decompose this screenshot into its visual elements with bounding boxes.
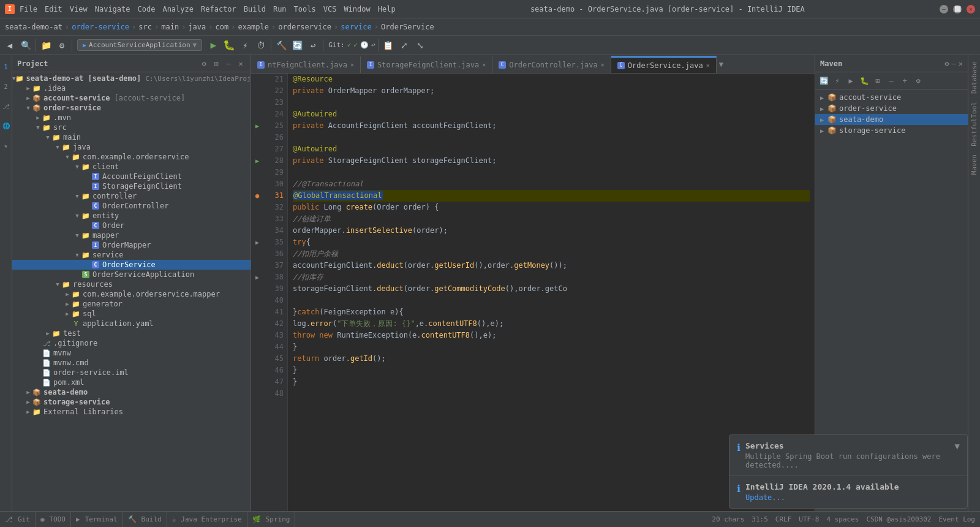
tab-orderservice[interactable]: C OrderService.java ✕ [611, 56, 717, 73]
gutter-bookmark-icon[interactable]: ● [251, 190, 263, 202]
tree-item-account-feign[interactable]: I AccountFeignClient [12, 172, 251, 181]
menu-edit[interactable]: Edit [45, 5, 62, 13]
tree-arrow[interactable]: ▶ [34, 115, 42, 121]
tree-arrow[interactable]: ▼ [44, 134, 51, 140]
tree-item-src[interactable]: ▼ 📁 src [12, 123, 251, 132]
bottom-build-section[interactable]: 🔨 Build [123, 512, 167, 527]
menu-bar[interactable]: File Edit View Navigate Code Analyze Ref… [20, 5, 396, 13]
breadcrumb-item-5[interactable]: com [216, 23, 229, 31]
tree-item-mapper-xml[interactable]: ▶ 📁 com.example.orderservice.mapper [12, 289, 251, 299]
profile-button[interactable]: ⏱ [254, 38, 268, 53]
vtab-maven[interactable]: Maven [969, 151, 979, 178]
maven-item-storage[interactable]: ▶ 📦 storage-service [815, 125, 968, 136]
breadcrumb-item-8[interactable]: service [341, 23, 372, 31]
sidebar-icon-web[interactable]: 🌐 [1, 116, 11, 135]
tree-item-mvn[interactable]: ▶ 📁 .mvn [12, 113, 251, 123]
status-position[interactable]: 31:5 [752, 515, 768, 523]
tree-item-entity[interactable]: ▼ 📁 entity [12, 211, 251, 221]
maven-collapse-icon[interactable]: — [885, 75, 897, 87]
toolbar-collapse-icon[interactable]: ⤡ [413, 38, 428, 53]
git-checkmark-2[interactable]: ✓ [353, 41, 358, 49]
tree-item-generator[interactable]: ▶ 📁 generator [12, 299, 251, 309]
menu-view[interactable]: View [70, 5, 88, 13]
sidebar-icon-commit[interactable]: ⎇ [1, 97, 11, 115]
run-config-selector[interactable]: ▶ AccountServiceApplication ▼ [77, 39, 202, 51]
maven-item-seata[interactable]: ▶ 📦 seata-demo [815, 114, 968, 125]
tree-arrow[interactable]: ▶ [24, 85, 32, 91]
toolbar-project-icon[interactable]: 📁 [39, 38, 53, 53]
maven-debug-icon[interactable]: 🐛 [858, 75, 870, 87]
tree-arrow[interactable]: ▶ [64, 291, 71, 297]
bottom-java-section[interactable]: ☕ Java Enterprise [167, 512, 247, 527]
sidebar-icon-structure[interactable]: 2 [1, 77, 11, 96]
menu-tools[interactable]: Tools [294, 5, 316, 13]
menu-build[interactable]: Build [244, 5, 266, 13]
tree-item-main[interactable]: ▼ 📁 main [12, 132, 251, 142]
toolbar-back-icon[interactable]: ◀ [2, 38, 17, 53]
notification-update-link[interactable]: Update... [745, 493, 960, 502]
breadcrumb-item-3[interactable]: main [161, 23, 179, 31]
toolbar-search-icon[interactable]: 🔍 [18, 38, 33, 53]
vtab-database[interactable]: Database [969, 58, 979, 97]
build-button[interactable]: 🔨 [274, 38, 288, 53]
close-button[interactable]: ✕ [967, 5, 975, 13]
maven-toggle-icon[interactable]: ⊞ [872, 75, 884, 87]
project-settings-icon[interactable]: ⚙ [199, 59, 209, 69]
breadcrumb-item-7[interactable]: orderservice [278, 23, 331, 31]
tree-item-iml[interactable]: 📄 order-service.iml [12, 368, 251, 377]
tree-item-order[interactable]: C Order [12, 221, 251, 230]
breadcrumb-item-0[interactable]: seata-demo-at [5, 23, 62, 31]
tree-item-client[interactable]: ▼ 📁 client [12, 162, 251, 172]
tree-arrow[interactable]: ▶ [24, 399, 32, 405]
tree-item-resources[interactable]: ▼ 📁 resources [12, 279, 251, 289]
tree-item-storage-service[interactable]: ▶ 📦 storage-service [12, 397, 251, 407]
tree-arrow[interactable]: ▶ [64, 301, 71, 307]
sidebar-icon-favorites[interactable]: ★ [1, 136, 11, 154]
tree-item-service-folder[interactable]: ▼ 📁 service [12, 250, 251, 260]
breadcrumb-item-6[interactable]: example [238, 23, 269, 31]
menu-refactor[interactable]: Refactor [201, 5, 236, 13]
bottom-todo-section[interactable]: ◉ TODO [36, 512, 71, 527]
tree-arrow[interactable]: ▶ [64, 311, 71, 317]
maven-expand-all-icon[interactable]: + [899, 75, 911, 87]
tab-close-icon[interactable]: ✕ [706, 62, 710, 69]
tab-close-icon[interactable]: ✕ [350, 61, 354, 68]
tree-item-order-controller[interactable]: C OrderController [12, 201, 251, 211]
tree-item-test[interactable]: ▶ 📁 test [12, 328, 251, 338]
tree-item-pom[interactable]: 📄 pom.xml [12, 377, 251, 387]
bottom-git-section[interactable]: ⎇ Git [0, 512, 36, 527]
menu-navigate[interactable]: Navigate [95, 5, 130, 13]
tree-arrow[interactable]: ▶ [24, 409, 32, 415]
debug-button[interactable]: 🐛 [222, 38, 236, 53]
tree-item-package[interactable]: ▼ 📁 com.example.orderservice [12, 152, 251, 162]
maven-settings2-icon[interactable]: ⚙ [912, 75, 924, 87]
tree-item-java[interactable]: ▼ 📁 java [12, 142, 251, 152]
maven-arrow[interactable]: ▶ [820, 116, 827, 123]
event-log-label[interactable]: Event Log [938, 515, 975, 523]
maven-run-icon[interactable]: ▶ [845, 75, 857, 87]
tree-arrow[interactable]: ▼ [74, 193, 81, 199]
maven-close-icon[interactable]: — [952, 59, 956, 68]
maven-item-account[interactable]: ▶ 📦 accout-service [815, 92, 968, 103]
minimize-button[interactable]: — [940, 5, 948, 13]
maven-generate-icon[interactable]: ⚡ [831, 75, 843, 87]
maven-arrow[interactable]: ▶ [820, 127, 827, 134]
tree-arrow[interactable]: ▼ [74, 213, 81, 219]
window-controls[interactable]: — ⬜ ✕ [940, 5, 975, 13]
tree-arrow[interactable]: ▼ [74, 252, 81, 258]
tab-ordercontroller[interactable]: C OrderController.java ✕ [492, 56, 611, 73]
menu-code[interactable]: Code [138, 5, 156, 13]
tree-arrow[interactable]: ▼ [54, 144, 61, 150]
maven-expand-icon[interactable]: ✕ [959, 59, 963, 68]
tree-item-sql[interactable]: ▶ 📁 sql [12, 309, 251, 319]
menu-file[interactable]: File [20, 5, 37, 13]
tree-arrow[interactable]: ▼ [74, 232, 81, 238]
tab-storagefeignclient[interactable]: I StorageFeignClient.java ✕ [361, 56, 492, 73]
menu-vcs[interactable]: VCS [323, 5, 337, 13]
coverage-button[interactable]: ⚡ [238, 38, 252, 53]
tab-close-icon[interactable]: ✕ [601, 61, 605, 68]
tree-arrow[interactable]: ▼ [34, 124, 42, 131]
toolbar-vcs-icon[interactable]: 📋 [381, 38, 396, 53]
project-close-icon[interactable]: ✕ [236, 59, 246, 69]
sidebar-icon-project[interactable]: 1 [1, 58, 11, 76]
